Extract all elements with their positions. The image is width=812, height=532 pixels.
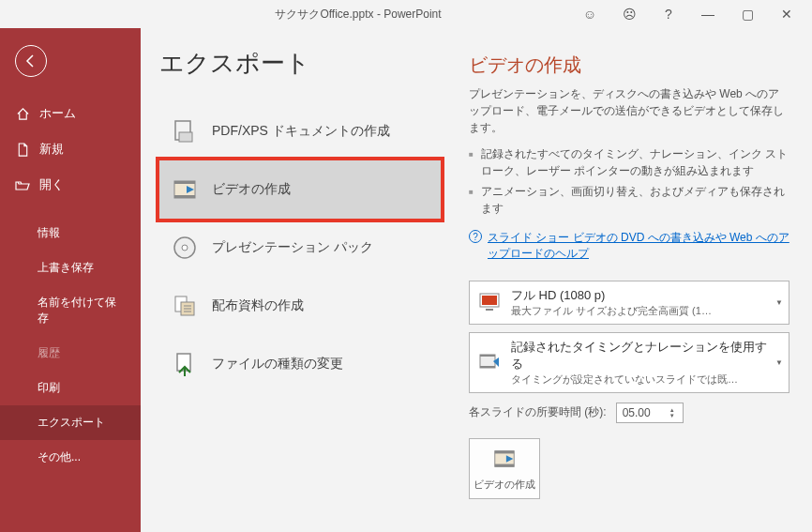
close-icon[interactable]: ✕	[773, 7, 801, 22]
window-title: サクサクOffice.pptx - PowerPoint	[141, 7, 576, 23]
back-button[interactable]	[15, 45, 47, 77]
face-smile-icon[interactable]: ☺	[576, 7, 604, 22]
minimize-icon[interactable]: —	[694, 7, 722, 22]
video-icon	[474, 447, 535, 474]
handout-icon	[171, 292, 199, 320]
svg-rect-15	[486, 309, 493, 311]
svg-rect-20	[495, 450, 514, 453]
nav-save[interactable]: 上書き保存	[0, 251, 141, 285]
export-video-label: ビデオの作成	[212, 181, 291, 198]
nav-open[interactable]: 開く	[0, 167, 141, 203]
filetype-icon	[171, 350, 199, 378]
timing-title: 記録されたタイミングとナレーションを使用する	[511, 339, 768, 372]
svg-rect-16	[480, 355, 495, 368]
svg-point-6	[182, 245, 188, 251]
nav-export[interactable]: エクスポート	[0, 405, 141, 440]
nav-new-label: 新規	[39, 141, 64, 158]
spinner-arrows-icon: ▲▼	[669, 403, 681, 422]
nav-other[interactable]: その他...	[0, 440, 141, 475]
pdf-icon	[171, 117, 199, 145]
export-pack[interactable]: プレゼンテーション パック	[159, 219, 441, 277]
nav-history: 履歴	[0, 336, 141, 371]
quality-title: フル HD (1080 p)	[511, 287, 768, 304]
chevron-down-icon: ▼	[775, 298, 783, 307]
seconds-value: 05.00	[623, 406, 651, 419]
create-video-button[interactable]: ビデオの作成	[469, 438, 540, 500]
help-icon[interactable]: ?	[654, 7, 683, 22]
film-audio-icon	[477, 350, 502, 374]
export-handout[interactable]: 配布資料の作成	[159, 277, 441, 335]
seconds-spinner[interactable]: 05.00 ▲▼	[616, 403, 684, 423]
folder-open-icon	[15, 177, 30, 192]
maximize-icon[interactable]: ▢	[733, 7, 761, 22]
svg-rect-18	[480, 366, 495, 368]
seconds-label: 各スライドの所要時間 (秒):	[469, 404, 607, 420]
timing-dropdown[interactable]: 記録されたタイミングとナレーションを使用する タイミングが設定されていないスライ…	[469, 332, 789, 393]
video-icon	[171, 175, 199, 204]
monitor-icon	[477, 290, 502, 314]
svg-rect-17	[480, 355, 495, 357]
file-icon	[15, 142, 30, 157]
right-title: ビデオの作成	[469, 53, 789, 78]
quality-sub: 最大ファイル サイズおよび完全高画質 (1…	[511, 304, 768, 318]
export-video[interactable]: ビデオの作成	[156, 157, 444, 222]
timing-sub: タイミングが設定されていないスライドでは既…	[511, 372, 768, 387]
nav-open-label: 開く	[39, 176, 64, 193]
svg-rect-14	[482, 296, 497, 305]
svg-rect-4	[174, 195, 195, 198]
help-circle-icon: ?	[469, 230, 482, 243]
export-filetype[interactable]: ファイルの種類の変更	[159, 335, 441, 393]
svg-rect-1	[179, 132, 192, 142]
svg-rect-21	[495, 464, 514, 466]
export-pdf[interactable]: PDF/XPS ドキュメントの作成	[159, 102, 441, 160]
nav-print[interactable]: 印刷	[0, 371, 141, 405]
face-frown-icon[interactable]: ☹	[615, 7, 643, 22]
export-filetype-label: ファイルの種類の変更	[212, 356, 343, 372]
cd-icon	[171, 234, 199, 262]
nav-saveas[interactable]: 名前を付けて保存	[0, 285, 141, 336]
sidebar: ホーム 新規 開く 情報 上書き保存 名前を付けて保存 履歴 印刷 エクスポート…	[0, 28, 141, 532]
nav-home[interactable]: ホーム	[0, 96, 141, 131]
right-desc: プレゼンテーションを、ディスクへの書き込みや Web へのアップロード、電子メー…	[469, 85, 789, 136]
bullet-2: ■アニメーション、画面切り替え、およびメディアも保存されます	[469, 183, 789, 217]
chevron-down-icon: ▼	[775, 358, 783, 367]
export-pack-label: プレゼンテーション パック	[212, 239, 373, 256]
export-handout-label: 配布資料の作成	[212, 297, 304, 314]
export-pdf-label: PDF/XPS ドキュメントの作成	[212, 123, 390, 140]
svg-rect-3	[174, 181, 195, 184]
create-video-label: ビデオの作成	[474, 478, 535, 491]
nav-new[interactable]: 新規	[0, 131, 141, 167]
home-icon	[15, 106, 30, 121]
page-title: エクスポート	[159, 47, 441, 80]
quality-dropdown[interactable]: フル HD (1080 p) 最大ファイル サイズおよび完全高画質 (1… ▼	[469, 281, 789, 325]
help-link[interactable]: スライド ショー ビデオの DVD への書き込みや Web へのアップロードのヘ…	[488, 230, 789, 262]
titlebar: サクサクOffice.pptx - PowerPoint ☺ ☹ ? — ▢ ✕	[0, 0, 812, 28]
nav-home-label: ホーム	[39, 105, 76, 122]
nav-info[interactable]: 情報	[0, 216, 141, 251]
bullet-1: ■記録されたすべてのタイミング、ナレーション、インク ストローク、レーザー ポイ…	[469, 145, 789, 179]
